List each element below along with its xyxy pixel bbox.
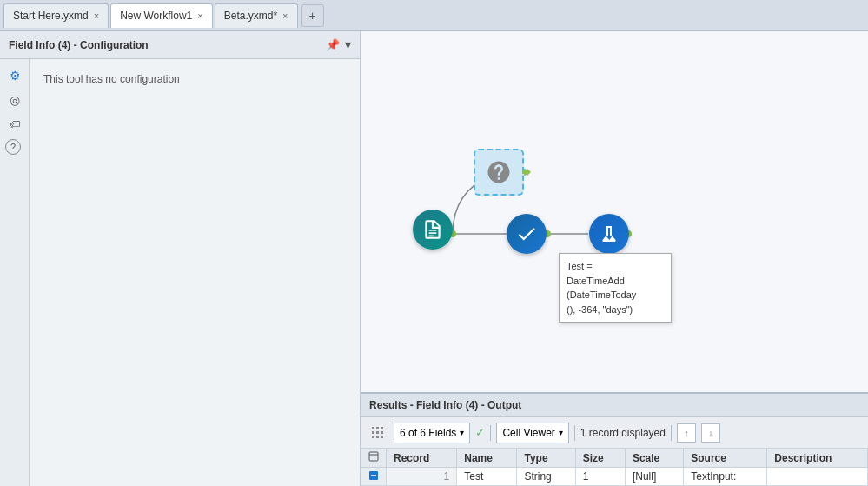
filter-node-icon [507,214,547,254]
results-toolbar: 6 of 6 Fields ▾ ✓ Cell Viewer ▾ 1 record… [361,416,868,448]
svg-rect-14 [381,436,383,438]
svg-rect-10 [376,431,379,434]
svg-rect-7 [376,427,379,429]
pin-icon[interactable]: 📌 [326,38,340,51]
settings-icon[interactable]: ⚙ [5,66,24,85]
left-panel-header: Field Info (4) - Configuration 📌 ▾ [0,31,360,59]
tooltip-line1: Test = [567,259,664,274]
col-header-source: Source [684,449,767,468]
tab-start-here[interactable]: Start Here.yxmd × [3,3,109,28]
tag-icon[interactable]: 🏷 [5,115,24,134]
tab-bar: Start Here.yxmd × New Workflow1 × Beta.y… [0,0,868,31]
col-header-description: Description [767,449,868,468]
grid-icon [368,423,388,443]
cell-scale: [Null] [625,468,683,486]
records-text: 1 record displayed [580,427,666,439]
separator-1 [490,425,491,441]
viewer-label: Cell Viewer [502,427,554,439]
close-tab-start[interactable]: × [94,10,99,21]
dropdown-arrow-icon: ▾ [460,428,464,437]
col-header-record: Record [387,449,457,468]
header-icons: 📌 ▾ [326,38,351,51]
question-box [474,149,524,196]
results-title: Results - Field Info (4) - Output [369,399,521,411]
separator-3 [671,425,672,441]
tooltip-line4: (), -364, "days") [567,303,664,317]
add-tab-button[interactable]: + [301,4,324,27]
cell-record: 1 [387,468,457,486]
cell-type: String [517,468,575,486]
help-icon[interactable]: ? [5,139,21,155]
input-node-icon [413,210,453,250]
filter-node[interactable] [507,214,547,254]
results-bar: Results - Field Info (4) - Output [361,392,868,416]
no-config-text: This tool has no configuration [43,73,180,85]
svg-rect-8 [381,427,383,429]
col-header-scale: Scale [625,449,683,468]
tooltip-line2: DateTimeAdd [567,274,664,289]
scroll-up-button[interactable]: ↑ [677,423,696,443]
svg-rect-13 [376,436,379,438]
tab-beta[interactable]: Beta.yxmd* × [215,3,298,28]
cell-name: Test [457,468,517,486]
results-table: Record Name Type Size Scale Source Descr… [361,448,868,486]
left-panel: Field Info (4) - Configuration 📌 ▾ ⚙ ◎ 🏷… [0,31,361,486]
tab-new-workflow[interactable]: New Workflow1 × [110,3,213,28]
check-icon: ✓ [475,426,485,439]
cell-description [767,468,868,486]
formula-node[interactable] [589,214,629,254]
svg-rect-11 [381,431,383,434]
left-panel-content: ⚙ ◎ 🏷 ? This tool has no configuration [0,59,360,486]
tooltip-line3: (DateTimeToday [567,288,664,303]
svg-rect-15 [369,452,378,461]
separator-2 [574,425,575,441]
canvas-area[interactable]: Test = DateTimeAdd (DateTimeToday (), -3… [361,31,868,392]
fields-dropdown[interactable]: 6 of 6 Fields ▾ [394,423,470,443]
right-panel: Test = DateTimeAdd (DateTimeToday (), -3… [361,31,868,486]
circle-arrow-icon[interactable]: ◎ [5,90,24,110]
fields-label: 6 of 6 Fields [400,427,456,439]
formula-node-icon [589,214,629,254]
scroll-down-button[interactable]: ↓ [701,423,720,443]
panel-title: Field Info (4) - Configuration [9,39,149,51]
svg-rect-12 [372,436,374,438]
svg-rect-9 [372,431,374,434]
col-header-size: Size [575,449,625,468]
svg-rect-6 [372,427,374,429]
chevron-down-icon[interactable]: ▾ [345,38,351,51]
results-table-container: Record Name Type Size Scale Source Descr… [361,448,868,486]
input-node[interactable] [413,210,453,250]
close-tab-new-workflow[interactable]: × [197,10,202,21]
viewer-dropdown[interactable]: Cell Viewer ▾ [496,423,568,443]
col-header-name: Name [457,449,517,468]
unknown-tool-node[interactable] [474,149,524,196]
col-header-type: Type [517,449,575,468]
formula-tooltip: Test = DateTimeAdd (DateTimeToday (), -3… [559,253,672,323]
viewer-dropdown-arrow-icon: ▾ [559,428,563,437]
row-icon-cell [361,468,387,486]
close-tab-beta[interactable]: × [282,10,288,21]
table-header-icon [361,449,387,468]
main-layout: Field Info (4) - Configuration 📌 ▾ ⚙ ◎ 🏷… [0,31,868,486]
cell-source: TextInput: [684,468,767,486]
table-row: 1 Test String 1 [Null] TextInput: [361,468,868,486]
panel-main-content: This tool has no configuration [30,59,360,486]
side-icons: ⚙ ◎ 🏷 ? [0,59,30,486]
cell-size: 1 [575,468,625,486]
